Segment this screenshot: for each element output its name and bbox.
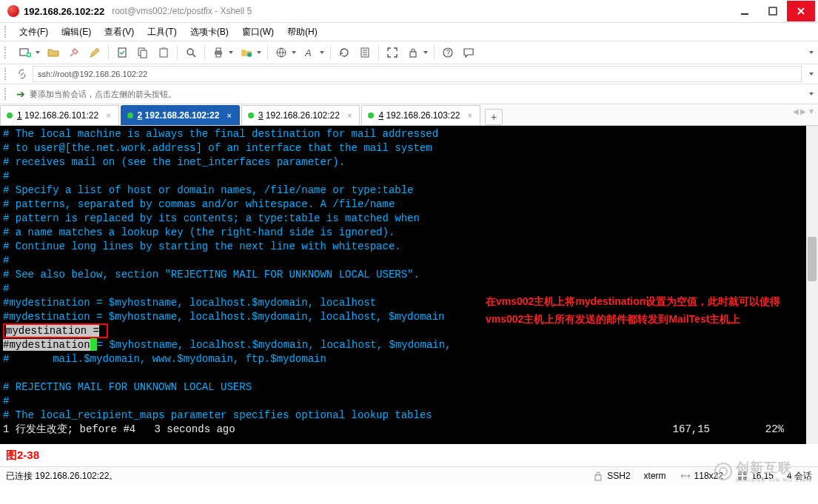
menu-tabs[interactable]: 选项卡(B)	[184, 24, 235, 40]
dropdown-icon[interactable]	[320, 51, 324, 54]
menu-view[interactable]: 查看(V)	[98, 24, 140, 40]
terminal-cursor	[90, 338, 97, 351]
menu-bar: 文件(F) 编辑(E) 查看(V) 工具(T) 选项卡(B) 窗口(W) 帮助(…	[0, 23, 818, 41]
svg-text:A: A	[304, 47, 312, 58]
overflow-dropdown-icon[interactable]	[809, 51, 814, 54]
status-protocol: SSH2	[592, 470, 630, 482]
separator	[378, 45, 379, 60]
hint-handle[interactable]	[4, 88, 9, 100]
svg-rect-10	[141, 50, 147, 58]
scrollbar-thumb[interactable]	[808, 237, 817, 281]
tab-index: 4	[378, 110, 383, 121]
status-dot-icon	[7, 112, 13, 118]
open-session-button[interactable]	[46, 45, 61, 60]
status-term-type: xterm	[644, 471, 666, 481]
transfer-button[interactable]	[239, 45, 254, 60]
paste-button[interactable]	[156, 45, 171, 60]
document-check-icon	[116, 47, 128, 58]
watermark-logo-icon	[714, 462, 733, 481]
highlighted-config-line: mydestination =	[3, 323, 108, 338]
reconnect-button[interactable]	[87, 45, 102, 60]
terminal-line: # to user@[the.net.work.address] of an i…	[3, 142, 432, 154]
separator	[177, 45, 178, 60]
toolbar-handle[interactable]	[4, 47, 9, 58]
tab-close-button[interactable]: ×	[106, 111, 110, 120]
refresh-button[interactable]	[337, 45, 352, 60]
terminal-line: #	[3, 170, 9, 182]
svg-line-14	[192, 54, 195, 57]
menu-help[interactable]: 帮助(H)	[281, 24, 323, 40]
overflow-dropdown-icon[interactable]	[809, 93, 814, 95]
menu-edit[interactable]: 编辑(E)	[56, 24, 97, 40]
properties-button[interactable]	[115, 45, 130, 60]
session-tab-4[interactable]: 4 192.168.26.103:22 ×	[361, 105, 480, 125]
tab-prev-button[interactable]: ◀	[793, 107, 799, 115]
tab-label: 192.168.26.102:22	[266, 110, 340, 121]
scroll-button[interactable]	[358, 45, 372, 60]
session-tabs: 1 192.168.26.101:22 × 2 192.168.26.102:2…	[0, 104, 818, 126]
svg-rect-11	[160, 49, 167, 57]
terminal-line: # a name matches a lookup key (the right…	[3, 226, 395, 238]
menu-handle[interactable]	[4, 26, 9, 38]
copy-button[interactable]	[135, 45, 150, 60]
font-icon: A	[304, 47, 315, 58]
close-button[interactable]	[787, 1, 815, 21]
terminal-line: # See also below, section "REJECTING MAI…	[3, 269, 420, 280]
session-tab-3[interactable]: 3 192.168.26.102:22 ×	[241, 105, 361, 125]
overflow-dropdown-icon[interactable]	[809, 73, 814, 75]
svg-rect-16	[216, 48, 221, 51]
dropdown-icon[interactable]	[229, 51, 233, 54]
fullscreen-button[interactable]	[385, 45, 400, 60]
terminal-line: # mail.$mydomain, www.$mydomain, ftp.$my…	[3, 353, 326, 365]
dropdown-icon[interactable]	[36, 51, 40, 54]
menu-tools[interactable]: 工具(T)	[141, 24, 182, 40]
folder-icon	[47, 47, 59, 58]
dropdown-icon[interactable]	[292, 51, 296, 54]
vim-status-pos: 167,15	[673, 423, 710, 437]
tab-close-button[interactable]: ×	[347, 111, 352, 120]
session-tab-1[interactable]: 1 192.168.26.101:22 ×	[0, 105, 119, 125]
svg-rect-25	[410, 52, 416, 57]
find-button[interactable]	[184, 45, 198, 60]
print-button[interactable]	[211, 45, 226, 60]
tab-index: 3	[258, 110, 264, 121]
dropdown-icon[interactable]	[257, 51, 261, 54]
terminal-output[interactable]: # The local machine is always the final …	[0, 126, 806, 444]
separator	[267, 45, 268, 60]
vim-status-left: 1 行发生改变; before #4 3 seconds ago	[3, 423, 235, 435]
disconnect-button[interactable]	[67, 45, 81, 60]
minimize-icon	[739, 5, 751, 17]
new-session-button[interactable]	[18, 45, 33, 60]
svg-point-29	[720, 468, 727, 475]
watermark: 创新互联 CHUANG XIN HU LIAN	[714, 459, 812, 483]
font-button[interactable]: A	[302, 45, 317, 60]
tab-close-button[interactable]: ×	[227, 111, 231, 120]
terminal-line: # Continue long lines by starting the ne…	[3, 241, 401, 252]
svg-rect-30	[595, 475, 601, 480]
minimize-button[interactable]	[731, 1, 759, 21]
tab-list-dropdown[interactable]: ▼	[808, 107, 815, 115]
tab-close-button[interactable]: ×	[468, 111, 472, 120]
tab-next-button[interactable]: ▶	[800, 107, 806, 115]
hint-bar: ➔ 要添加当前会话，点击左侧的箭头按钮。	[0, 84, 818, 104]
maximize-button[interactable]	[759, 1, 787, 21]
address-input[interactable]: ssh://root@192.168.26.102:22	[33, 66, 802, 82]
globe-icon	[275, 47, 287, 58]
search-icon	[185, 47, 197, 58]
watermark-text: 创新互联	[736, 460, 792, 475]
session-tab-2[interactable]: 2 192.168.26.102:22 ×	[121, 105, 240, 125]
dropdown-icon[interactable]	[423, 51, 428, 54]
annotation-overlay: 在vms002主机上将mydestination设置为空值，此时就可以使得vms…	[486, 292, 797, 328]
terminal-scrollbar[interactable]	[806, 126, 818, 444]
help-button[interactable]: ?	[440, 45, 455, 60]
address-handle[interactable]	[4, 68, 9, 80]
tab-add-button[interactable]: +	[485, 109, 503, 125]
hint-text: 要添加当前会话，点击左侧的箭头按钮。	[30, 89, 176, 100]
menu-file[interactable]: 文件(F)	[13, 24, 54, 40]
lock-button[interactable]	[406, 45, 420, 60]
chat-button[interactable]	[461, 45, 476, 60]
add-session-arrow-button[interactable]: ➔	[16, 88, 25, 100]
language-button[interactable]	[274, 45, 289, 60]
menu-window[interactable]: 窗口(W)	[236, 24, 280, 40]
terminal-line: #mydestination = $myhostname, localhost.…	[3, 311, 445, 323]
